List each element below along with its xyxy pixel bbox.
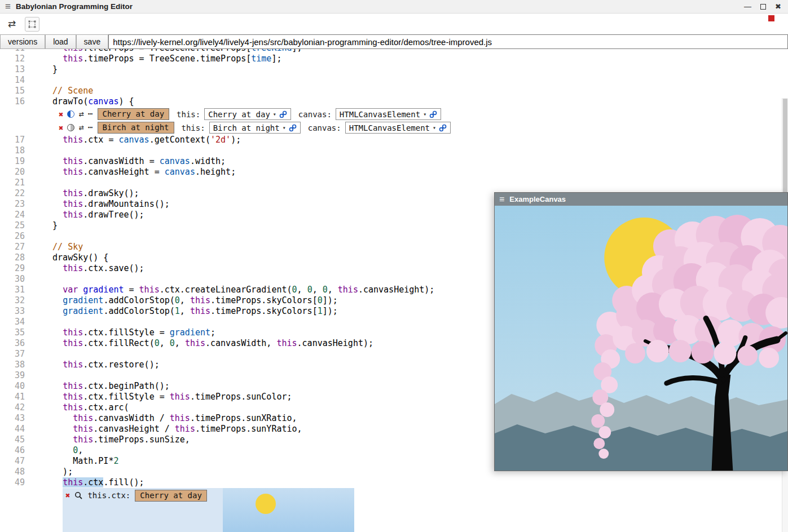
- load-button[interactable]: load: [45, 34, 76, 49]
- code-text: this.ctx = canvas.getContext('2d');: [42, 135, 241, 145]
- this-value-dropdown[interactable]: Birch at night ▾: [209, 122, 301, 134]
- code-line-20[interactable]: 20 this.canvasHeight = canvas.height;: [0, 167, 782, 178]
- probe-example-badge[interactable]: Cherry at day: [135, 490, 207, 502]
- code-line-11[interactable]: 11 this.treeProps = TreeScene.treeProps[…: [0, 49, 782, 54]
- minimize-button[interactable]: —: [744, 3, 751, 10]
- line-number: 48: [0, 467, 42, 477]
- code-text: this.timeProps.sunSize,: [42, 435, 190, 445]
- example-delete-icon[interactable]: ✖: [59, 110, 63, 118]
- code-text: this.ctx.beginPath();: [42, 381, 170, 392]
- connections-button[interactable]: ⇄: [5, 17, 19, 32]
- example-canvas-title: ExampleCanvas: [509, 195, 566, 203]
- versions-button[interactable]: versions: [0, 34, 45, 49]
- example-name-badge[interactable]: Birch at night: [98, 122, 174, 134]
- line-number: 23: [0, 199, 42, 210]
- example-canvas-titlebar[interactable]: ≡ ExampleCanvas: [495, 193, 787, 206]
- line-number: 34: [0, 317, 42, 327]
- chevron-down-icon: ▾: [273, 111, 276, 117]
- save-button[interactable]: save: [76, 34, 109, 49]
- line-number: 22: [0, 188, 42, 199]
- line-number: 24: [0, 210, 42, 220]
- code-line-14[interactable]: 14: [0, 75, 782, 86]
- code-text: drawSky() {: [42, 252, 108, 263]
- line-number: 13: [0, 64, 42, 75]
- code-text: this.ctx.fillStyle = gradient;: [42, 327, 215, 338]
- code-line-15[interactable]: 15 // Scene: [0, 86, 782, 96]
- dropdown-value: Birch at night: [213, 123, 280, 132]
- param-label-canvas: canvas:: [308, 123, 341, 132]
- window-title: Babylonian Programming Editor: [16, 2, 133, 11]
- maximize-button[interactable]: [760, 4, 766, 10]
- menu-icon[interactable]: ≡: [0, 2, 16, 11]
- this-value-dropdown[interactable]: Cherry at day ▾: [204, 108, 291, 120]
- code-text: gradient.addColorStop(1, this.timeProps.…: [42, 306, 338, 317]
- line-number: 18: [0, 145, 42, 156]
- code-text: this.ctx.save();: [42, 263, 144, 274]
- line-number: 26: [0, 231, 42, 242]
- code-line-49[interactable]: 49 this.ctx.fill();: [0, 477, 782, 488]
- probe-close-icon[interactable]: ✖: [65, 491, 70, 499]
- code-line-12[interactable]: 12 this.timeProps = TreeScene.timeProps[…: [0, 54, 782, 64]
- code-text: this.canvasWidth = canvas.width;: [42, 156, 226, 167]
- example-delete-icon[interactable]: ✖: [59, 124, 63, 132]
- link-icon[interactable]: [439, 124, 447, 132]
- line-number: 25: [0, 220, 42, 231]
- link-icon[interactable]: [289, 124, 297, 132]
- line-number: 38: [0, 360, 42, 370]
- more-options-icon[interactable]: ⋯: [87, 123, 93, 132]
- link-icon[interactable]: [429, 110, 437, 118]
- example-name-badge[interactable]: Cherry at day: [98, 108, 170, 120]
- code-line-13[interactable]: 13 }: [0, 64, 782, 75]
- example-toggle-icon[interactable]: [67, 110, 74, 118]
- line-number: 47: [0, 456, 42, 467]
- code-line-18[interactable]: 18: [0, 145, 782, 156]
- line-number: 30: [0, 274, 42, 285]
- close-button[interactable]: ✖: [775, 3, 781, 10]
- line-number: 11: [0, 49, 42, 54]
- code-text: this.ctx.restore();: [42, 360, 160, 370]
- mountains-front: [495, 424, 787, 471]
- line-number: 29: [0, 263, 42, 274]
- example-canvas-window[interactable]: ≡ ExampleCanvas: [494, 192, 788, 471]
- code-line-19[interactable]: 19 this.canvasWidth = canvas.width;: [0, 156, 782, 167]
- dropdown-value: HTMLCanvasElement: [340, 110, 420, 119]
- line-number: 46: [0, 445, 42, 456]
- link-icon[interactable]: [279, 110, 287, 118]
- line-number: 42: [0, 402, 42, 413]
- code-text: this.ctx.fillRect(0, 0, this.canvasWidth…: [42, 338, 373, 349]
- line-number: 45: [0, 435, 42, 445]
- menu-icon[interactable]: ≡: [499, 195, 504, 204]
- code-text: // Scene: [42, 86, 93, 96]
- selection-bounds-button[interactable]: [25, 17, 39, 32]
- code-text: this.canvasWidth / this.timeProps.sunXRa…: [42, 413, 297, 424]
- line-number: 49: [0, 477, 42, 488]
- canvas-value-dropdown[interactable]: HTMLCanvasElement ▾: [336, 108, 441, 120]
- code-text: var gradient = this.ctx.createLinearGrad…: [42, 285, 434, 295]
- line-number: 12: [0, 54, 42, 64]
- example-toggle-icon[interactable]: [67, 124, 74, 131]
- chevron-down-icon: ▾: [433, 125, 436, 131]
- canvas-value-dropdown[interactable]: HTMLCanvasElement ▾: [345, 122, 451, 134]
- line-number: 41: [0, 392, 42, 402]
- swap-arrows-icon[interactable]: ⇄: [78, 123, 83, 132]
- chevron-down-icon: ▾: [283, 125, 286, 131]
- code-text: }: [42, 220, 58, 231]
- example-row: ✖ ⇄ ⋯ Cherry at day this: Cherry at day …: [59, 108, 782, 121]
- code-text: this.ctx.arc(: [42, 402, 129, 413]
- code-line-16[interactable]: 16 drawTo(canvas) {: [0, 96, 782, 107]
- magnifier-icon[interactable]: [74, 491, 83, 500]
- swap-arrows-icon[interactable]: ⇄: [78, 110, 83, 118]
- line-number: 21: [0, 178, 42, 188]
- url-input[interactable]: [108, 34, 788, 49]
- code-text: 0,: [42, 445, 83, 456]
- code-text: this.drawSky();: [42, 188, 139, 199]
- line-number: 37: [0, 349, 42, 360]
- line-number: 33: [0, 306, 42, 317]
- more-options-icon[interactable]: ⋯: [87, 110, 93, 118]
- code-line-17[interactable]: 17 this.ctx = canvas.getContext('2d');: [0, 135, 782, 145]
- code-line-21[interactable]: 21: [0, 178, 782, 188]
- probe-row: ✖ this.ctx: Cherry at day: [63, 488, 354, 503]
- param-label-canvas: canvas:: [298, 110, 332, 119]
- line-number: 19: [0, 156, 42, 167]
- code-text: // Sky: [42, 242, 83, 252]
